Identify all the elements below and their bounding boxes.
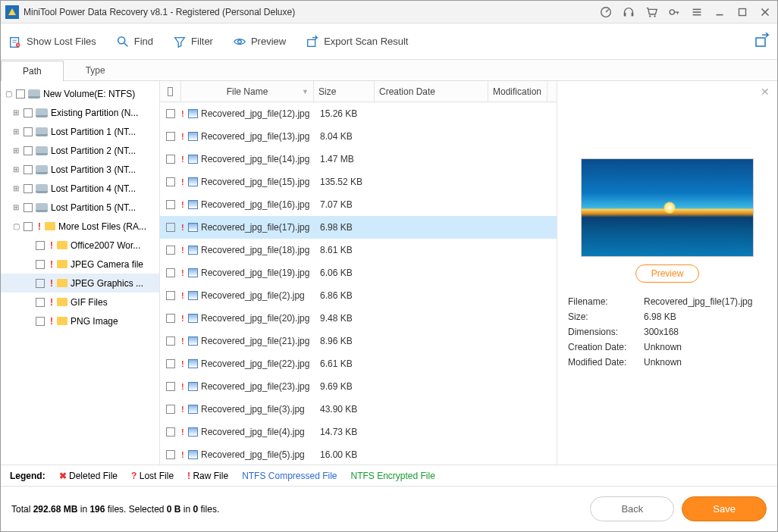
file-size: 9.48 KB: [315, 313, 376, 324]
checkbox[interactable]: [166, 223, 175, 232]
file-row[interactable]: !Recovered_jpg_file(4).jpg14.73 KB: [160, 421, 557, 443]
tree-partition[interactable]: ⊞Lost Partition 5 (NT...: [1, 198, 159, 217]
svg-rect-27: [756, 38, 765, 46]
col-modification[interactable]: Modification: [488, 81, 547, 102]
checkbox[interactable]: [24, 184, 33, 193]
minimize-icon[interactable]: [712, 5, 727, 19]
checkbox[interactable]: [166, 405, 175, 414]
checkbox[interactable]: [36, 298, 45, 307]
file-row[interactable]: !Recovered_jpg_file(22).jpg6.61 KB: [160, 352, 557, 375]
legend-ntfs-compressed: NTFS Compressed File: [242, 471, 337, 481]
tree-partition[interactable]: ⊞Lost Partition 2 (NT...: [1, 141, 159, 160]
checkbox[interactable]: [24, 108, 33, 117]
headset-icon[interactable]: [621, 5, 636, 19]
file-row[interactable]: !Recovered_jpg_file(18).jpg8.61 KB: [160, 239, 557, 261]
image-file-icon: [188, 405, 198, 414]
tree-subfolder[interactable]: !Office2007 Wor...: [1, 236, 159, 255]
image-file-icon: [188, 177, 198, 186]
tree-more-lost[interactable]: ▢ ! More Lost Files (RA...: [1, 217, 159, 236]
tree-subfolder[interactable]: !JPEG Graphics ...: [1, 274, 159, 293]
col-creation-date[interactable]: Creation Date: [375, 81, 488, 102]
share-icon[interactable]: [754, 33, 770, 51]
export-scan-button[interactable]: Export Scan Result: [306, 35, 408, 49]
close-icon[interactable]: [758, 5, 773, 19]
checkbox[interactable]: [24, 146, 33, 155]
checkbox[interactable]: [166, 427, 175, 437]
image-file-icon: [188, 109, 198, 118]
key-icon[interactable]: [667, 5, 682, 19]
checkbox[interactable]: [166, 450, 175, 459]
checkbox[interactable]: [36, 260, 45, 269]
checkbox-all[interactable]: [168, 87, 173, 96]
raw-flag-icon: !: [181, 177, 187, 186]
checkbox[interactable]: [36, 241, 45, 250]
checkbox[interactable]: [36, 317, 45, 326]
file-row[interactable]: !Recovered_jpg_file(15).jpg135.52 KB: [160, 171, 557, 193]
file-row[interactable]: !Recovered_jpg_file(17).jpg6.98 KB: [160, 216, 557, 239]
disk-icon: [28, 89, 40, 99]
sort-desc-icon: ▼: [302, 88, 309, 95]
tab-type[interactable]: Type: [64, 60, 127, 80]
back-button[interactable]: Back: [590, 496, 674, 521]
checkbox[interactable]: [166, 177, 175, 186]
checkbox[interactable]: [166, 291, 175, 300]
file-row[interactable]: !Recovered_jpg_file(19).jpg6.06 KB: [160, 261, 557, 284]
tree-partition[interactable]: ⊞Lost Partition 3 (NT...: [1, 160, 159, 179]
preview-button[interactable]: Preview: [635, 264, 700, 283]
file-row[interactable]: !Recovered_jpg_file(13).jpg8.04 KB: [160, 125, 557, 148]
checkbox[interactable]: [166, 155, 175, 164]
checkbox[interactable]: [166, 359, 175, 368]
checkbox[interactable]: [24, 127, 33, 136]
legend-label: Legend:: [10, 471, 45, 481]
raw-flag-icon: !: [181, 382, 187, 391]
tree-root[interactable]: ▢ New Volume(E: NTFS): [1, 84, 159, 103]
checkbox[interactable]: [166, 109, 175, 118]
checkbox[interactable]: [24, 203, 33, 212]
checkbox[interactable]: [166, 336, 175, 346]
tree-partition[interactable]: ⊞Lost Partition 4 (NT...: [1, 179, 159, 198]
preview-button[interactable]: Preview: [233, 35, 286, 49]
checkbox[interactable]: [166, 314, 175, 323]
checkbox[interactable]: [166, 382, 175, 391]
checkbox[interactable]: [24, 222, 33, 231]
show-lost-files-button[interactable]: Show Lost Files: [8, 35, 96, 49]
tree-subfolder[interactable]: !PNG Image: [1, 311, 159, 330]
file-row[interactable]: !Recovered_jpg_file(2).jpg6.86 KB: [160, 284, 557, 307]
checkbox[interactable]: [24, 165, 33, 174]
col-filename[interactable]: File Name▼: [181, 81, 314, 102]
tree-partition[interactable]: ⊞Existing Partition (N...: [1, 103, 159, 122]
checkbox[interactable]: [166, 200, 175, 209]
file-row[interactable]: !Recovered_jpg_file(21).jpg8.96 KB: [160, 330, 557, 352]
checkbox[interactable]: [36, 279, 45, 288]
image-file-icon: [188, 427, 198, 437]
maximize-icon[interactable]: [735, 5, 750, 19]
cart-icon[interactable]: [644, 5, 659, 19]
save-button[interactable]: Save: [682, 496, 767, 521]
checkbox[interactable]: [166, 132, 175, 141]
image-file-icon: [188, 132, 198, 141]
raw-flag-icon: !: [181, 427, 187, 437]
close-icon[interactable]: ✕: [761, 86, 770, 98]
gauge-icon[interactable]: [598, 5, 613, 19]
file-row[interactable]: !Recovered_jpg_file(16).jpg7.07 KB: [160, 193, 557, 216]
preview-image: [581, 158, 754, 257]
tree-subfolder[interactable]: !GIF Files: [1, 293, 159, 311]
checkbox[interactable]: [166, 268, 175, 277]
filter-button[interactable]: Filter: [173, 35, 213, 49]
checkbox[interactable]: [16, 89, 25, 99]
file-row[interactable]: !Recovered_jpg_file(3).jpg43.90 KB: [160, 398, 557, 421]
file-name: Recovered_jpg_file(15).jpg: [198, 177, 315, 187]
file-row[interactable]: !Recovered_jpg_file(14).jpg1.47 MB: [160, 148, 557, 171]
menu-icon[interactable]: [689, 5, 704, 19]
file-row[interactable]: !Recovered_jpg_file(5).jpg16.00 KB: [160, 443, 557, 465]
disk-icon: [36, 203, 48, 212]
file-row[interactable]: !Recovered_jpg_file(12).jpg15.26 KB: [160, 102, 557, 125]
file-row[interactable]: !Recovered_jpg_file(23).jpg9.69 KB: [160, 375, 557, 398]
tree-subfolder[interactable]: !JPEG Camera file: [1, 255, 159, 274]
tree-partition[interactable]: ⊞Lost Partition 1 (NT...: [1, 122, 159, 141]
col-size[interactable]: Size: [314, 81, 375, 102]
file-row[interactable]: !Recovered_jpg_file(20).jpg9.48 KB: [160, 307, 557, 330]
find-button[interactable]: Find: [116, 35, 153, 49]
checkbox[interactable]: [166, 246, 175, 255]
tab-path[interactable]: Path: [1, 61, 64, 81]
